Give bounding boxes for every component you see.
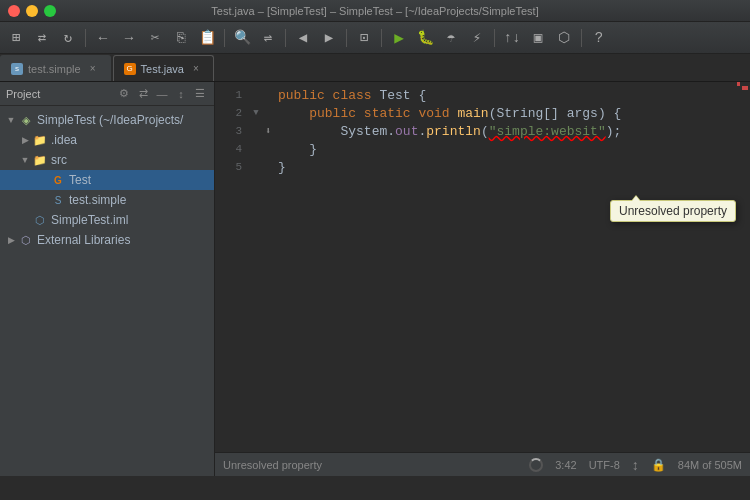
iml-icon: ⬡ — [32, 212, 48, 228]
arrow-src: ▼ — [18, 153, 32, 167]
java-class-icon: G — [50, 172, 66, 188]
lock-icon: 🔒 — [651, 458, 666, 472]
gutter-3: ⬇ — [262, 125, 274, 137]
cut-btn[interactable]: ✂ — [143, 26, 167, 50]
back-btn[interactable]: ← — [91, 26, 115, 50]
line-content-3: System.out.println("simple:websit"); — [274, 124, 621, 139]
arrow-test-simple — [36, 193, 50, 207]
line-separator-icon[interactable]: ↕ — [632, 457, 639, 473]
build-btn[interactable]: ⊡ — [352, 26, 376, 50]
tooltip: Unresolved property — [610, 200, 736, 222]
tree-label-test: Test — [69, 173, 91, 187]
status-message: Unresolved property — [223, 459, 521, 471]
code-line-4: 4 } — [215, 140, 750, 158]
refresh-btn[interactable]: ↻ — [56, 26, 80, 50]
sidebar-gear-icon[interactable]: ⚙ — [116, 86, 132, 102]
memory-usage[interactable]: 84M of 505M — [678, 459, 742, 471]
tree-item-simpletest[interactable]: ▼ ◈ SimpleTest (~/IdeaProjects/ — [0, 110, 214, 130]
sync-btn[interactable]: ⇄ — [30, 26, 54, 50]
sidebar-title: Project — [6, 88, 40, 100]
tabs-bar: s test.simple × G Test.java × — [0, 54, 750, 82]
arrow-simpletest: ▼ — [4, 113, 18, 127]
separator-3 — [285, 29, 286, 47]
tab-test-java[interactable]: G Test.java × — [113, 55, 214, 81]
sidebar-expand-icon[interactable]: ↕ — [173, 86, 189, 102]
tree-label-iml: SimpleTest.iml — [51, 213, 128, 227]
java-tab-icon: G — [124, 63, 136, 75]
code-line-3: 3 ⬇ System.out.println("simple:websit"); — [215, 122, 750, 140]
encoding[interactable]: UTF-8 — [589, 459, 620, 471]
main-layout: Project ⚙ ⇄ — ↕ ☰ ▼ ◈ SimpleTest (~/Idea… — [0, 82, 750, 476]
separator-2 — [224, 29, 225, 47]
line-content-4: } — [274, 142, 317, 157]
separator-1 — [85, 29, 86, 47]
line-content-5: } — [274, 160, 286, 175]
minimize-button[interactable] — [26, 5, 38, 17]
terminal-btn[interactable]: ▣ — [526, 26, 550, 50]
separator-6 — [494, 29, 495, 47]
debug-btn[interactable]: 🐛 — [413, 26, 437, 50]
tree-item-test-simple[interactable]: S test.simple — [0, 190, 214, 210]
traffic-lights — [8, 5, 56, 17]
arrow-ext-libs: ▶ — [4, 233, 18, 247]
line-number-4: 4 — [215, 143, 250, 155]
line-number-2: 2 — [215, 107, 250, 119]
tooltip-text: Unresolved property — [619, 204, 727, 218]
vcs-btn[interactable]: ↑↓ — [500, 26, 524, 50]
line-content-2: public static void main(String[] args) { — [274, 106, 621, 121]
tree-item-src[interactable]: ▼ 📁 src — [0, 150, 214, 170]
profile-btn[interactable]: ⚡ — [465, 26, 489, 50]
nav-fwd-btn[interactable]: ▶ — [317, 26, 341, 50]
separator-7 — [581, 29, 582, 47]
run-btn[interactable]: ▶ — [387, 26, 411, 50]
arrow-idea: ▶ — [18, 133, 32, 147]
tree-item-test[interactable]: G Test — [0, 170, 214, 190]
error-stripe-top — [737, 82, 740, 86]
lib-icon: ⬡ — [18, 232, 34, 248]
line-number-1: 1 — [215, 89, 250, 101]
progress-spinner — [529, 458, 543, 472]
tab-test-simple[interactable]: s test.simple × — [0, 55, 111, 81]
fold-gutter-2: ▼ — [250, 108, 262, 118]
tree-label-idea: .idea — [51, 133, 77, 147]
sidebar-sync-icon[interactable]: ⇄ — [135, 86, 151, 102]
sidebar-header-icons: ⚙ ⇄ — ↕ ☰ — [116, 86, 208, 102]
help-btn[interactable]: ? — [587, 26, 611, 50]
tab-close-test-simple[interactable]: × — [86, 62, 100, 76]
replace-btn[interactable]: ⇌ — [256, 26, 280, 50]
cursor-position[interactable]: 3:42 — [555, 459, 576, 471]
line-content-1: public class Test { — [274, 88, 426, 103]
close-button[interactable] — [8, 5, 20, 17]
sidebar: Project ⚙ ⇄ — ↕ ☰ ▼ ◈ SimpleTest (~/Idea… — [0, 82, 215, 476]
editor[interactable]: 1 public class Test { 2 ▼ public static … — [215, 82, 750, 452]
sidebar-collapse-icon[interactable]: — — [154, 86, 170, 102]
project-view-btn[interactable]: ⊞ — [4, 26, 28, 50]
tree-label-test-simple: test.simple — [69, 193, 126, 207]
simple-tab-icon: s — [11, 63, 23, 75]
coverage-btn[interactable]: ☂ — [439, 26, 463, 50]
nav-back-btn[interactable]: ◀ — [291, 26, 315, 50]
copy-btn[interactable]: ⎘ — [169, 26, 193, 50]
tree-item-ext-libs[interactable]: ▶ ⬡ External Libraries — [0, 230, 214, 250]
sdk-btn[interactable]: ⬡ — [552, 26, 576, 50]
sidebar-settings-icon[interactable]: ☰ — [192, 86, 208, 102]
error-indicator — [742, 86, 748, 90]
tree-label-ext-libs: External Libraries — [37, 233, 130, 247]
code-line-5: 5 } — [215, 158, 750, 176]
tab-label-test-simple: test.simple — [28, 63, 81, 75]
module-icon: ◈ — [18, 112, 34, 128]
tab-label-test-java: Test.java — [141, 63, 184, 75]
folder-icon-idea: 📁 — [32, 132, 48, 148]
search-btn[interactable]: 🔍 — [230, 26, 254, 50]
toolbar: ⊞ ⇄ ↻ ← → ✂ ⎘ 📋 🔍 ⇌ ◀ ▶ ⊡ ▶ 🐛 ☂ ⚡ ↑↓ ▣ ⬡… — [0, 22, 750, 54]
forward-btn[interactable]: → — [117, 26, 141, 50]
status-right: 3:42 UTF-8 ↕ 🔒 84M of 505M — [529, 457, 742, 473]
tree-item-idea[interactable]: ▶ 📁 .idea — [0, 130, 214, 150]
maximize-button[interactable] — [44, 5, 56, 17]
status-bar: Unresolved property 3:42 UTF-8 ↕ 🔒 84M o… — [215, 452, 750, 476]
tab-close-test-java[interactable]: × — [189, 62, 203, 76]
separator-4 — [346, 29, 347, 47]
paste-btn[interactable]: 📋 — [195, 26, 219, 50]
tree-item-iml[interactable]: ⬡ SimpleTest.iml — [0, 210, 214, 230]
line-number-5: 5 — [215, 161, 250, 173]
